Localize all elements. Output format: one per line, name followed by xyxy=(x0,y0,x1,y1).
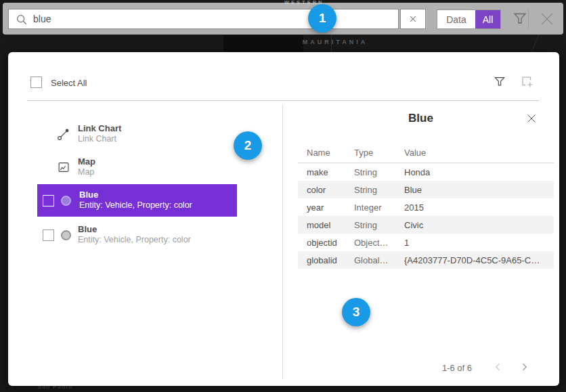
attr-type: Integer xyxy=(354,202,404,213)
search-input[interactable] xyxy=(33,9,392,28)
result-subtitle: Entity: Vehicle, Property: color xyxy=(78,235,191,245)
pagination-label: 1-6 of 6 xyxy=(404,363,472,373)
attribute-table-header: Name Type Value xyxy=(298,144,554,161)
search-box[interactable] xyxy=(8,9,399,29)
result-title: Map xyxy=(78,156,95,167)
attr-type: Global… xyxy=(354,255,404,265)
result-checkbox[interactable] xyxy=(43,195,54,206)
attr-value: Honda xyxy=(404,167,554,177)
pagination-prev-button[interactable] xyxy=(493,362,504,375)
detail-close-button[interactable] xyxy=(525,112,538,127)
panel-divider xyxy=(282,105,283,379)
table-row: globalid Global… {A4203777-D70D-4C5C-9A6… xyxy=(298,251,554,269)
toolbar-close-button[interactable] xyxy=(538,9,557,31)
filter-funnel-icon xyxy=(493,74,506,88)
close-x-icon xyxy=(538,9,557,28)
entity-dot-icon xyxy=(61,230,71,240)
pagination-next-button[interactable] xyxy=(519,362,529,375)
search-toolbar: Data All xyxy=(3,3,563,35)
result-subtitle: Link Chart xyxy=(78,134,121,144)
table-row: color String Blue xyxy=(298,181,554,198)
attr-type: String xyxy=(354,185,404,195)
attr-value: Civic xyxy=(404,220,554,230)
table-row: make String Honda xyxy=(298,163,554,181)
filter-funnel-icon xyxy=(512,10,528,26)
table-row: year Integer 2015 xyxy=(298,198,554,216)
result-title: Link Chart xyxy=(78,123,121,134)
link-chart-icon xyxy=(56,127,71,141)
result-checkbox[interactable] xyxy=(43,230,54,241)
result-item-map[interactable]: Map Map xyxy=(37,151,237,183)
chevron-right-icon xyxy=(519,362,529,372)
map-border-line xyxy=(531,33,540,53)
select-all-checkbox[interactable] xyxy=(30,77,42,88)
attr-type: String xyxy=(354,220,404,230)
clear-x-icon xyxy=(408,14,418,24)
header-divider xyxy=(27,100,539,101)
result-title: Blue xyxy=(79,190,192,200)
attr-value: 2015 xyxy=(404,202,554,213)
search-icon xyxy=(16,14,28,26)
table-row: model String Civic xyxy=(298,216,554,234)
attr-name: year xyxy=(307,202,354,213)
attribute-table: make String Honda color String Blue year… xyxy=(298,163,554,269)
result-subtitle: Entity: Vehicle, Property: color xyxy=(79,200,192,211)
result-item-link-chart[interactable]: Link Chart Link Chart xyxy=(37,118,237,150)
toolbar-filter-button[interactable] xyxy=(512,10,528,29)
detail-title: Blue xyxy=(282,112,559,125)
map-label-mauritania: MAURITANIA xyxy=(271,39,399,45)
result-title: Blue xyxy=(78,224,191,235)
attr-value: Blue xyxy=(404,185,554,195)
attr-value: {A4203777-D70D-4C5C-9A65-C… xyxy=(404,255,554,265)
attr-name: model xyxy=(307,220,354,230)
toolbar-divider xyxy=(528,9,529,29)
attr-type: String xyxy=(354,167,404,177)
attr-name: make xyxy=(307,167,354,177)
annotation-step-3: 3 xyxy=(342,298,370,326)
attr-type: Object… xyxy=(354,238,404,248)
search-results-panel: Select All Link Chart Link Chart Map xyxy=(8,52,559,386)
map-label-western-sahara: WESTERN SAHARA xyxy=(284,0,341,5)
table-row: objectid Object… 1 xyxy=(298,234,554,251)
add-selection-icon xyxy=(519,74,534,89)
result-item-blue-selected[interactable]: Blue Entity: Vehicle, Property: color xyxy=(37,184,237,217)
column-header-value: Value xyxy=(404,148,554,158)
column-header-name: Name xyxy=(307,148,354,158)
add-to-selection-button[interactable] xyxy=(519,74,534,91)
attr-name: color xyxy=(307,185,354,195)
map-icon xyxy=(56,160,71,175)
result-item-blue[interactable]: Blue Entity: Vehicle, Property: color xyxy=(37,219,237,251)
entity-dot-icon xyxy=(61,196,71,206)
close-x-icon xyxy=(525,112,538,125)
select-all-label: Select All xyxy=(51,78,87,88)
clear-search-button[interactable] xyxy=(400,9,426,29)
scope-data-button[interactable]: Data xyxy=(437,10,475,28)
result-subtitle: Map xyxy=(78,167,95,177)
annotation-step-1: 1 xyxy=(308,4,336,32)
search-scope-toggle: Data All xyxy=(437,9,501,29)
attr-value: 1 xyxy=(404,238,554,248)
annotation-step-2: 2 xyxy=(234,131,262,160)
attr-name: globalid xyxy=(307,255,354,265)
chevron-left-icon xyxy=(493,362,504,372)
column-header-type: Type xyxy=(354,148,404,158)
attr-name: objectid xyxy=(307,238,354,248)
scope-all-button[interactable]: All xyxy=(475,10,500,28)
results-filter-button[interactable] xyxy=(493,74,506,91)
